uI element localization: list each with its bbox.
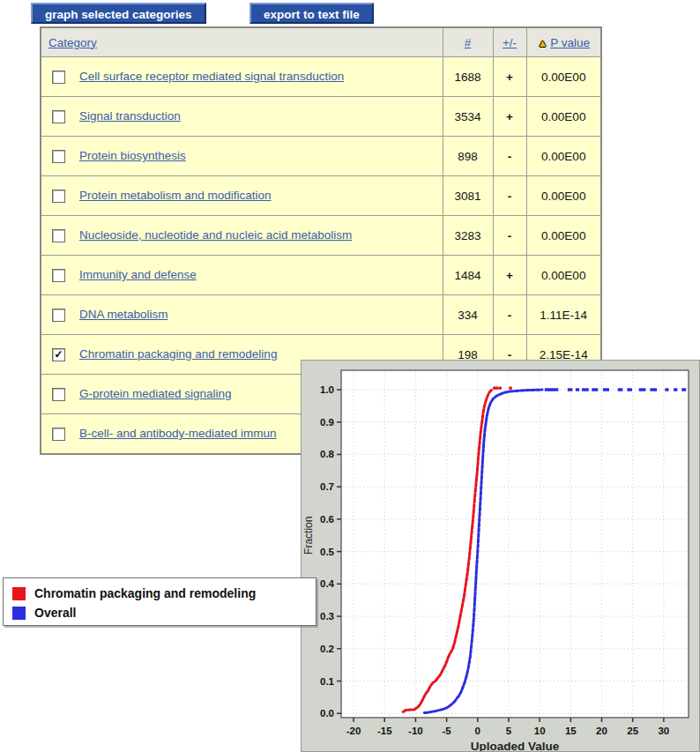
direction-cell: -: [493, 176, 526, 216]
svg-text:0.7: 0.7: [320, 481, 334, 492]
direction-cell: +: [493, 97, 526, 137]
sort-count-link[interactable]: #: [465, 36, 472, 49]
gene-count-cell: 334: [443, 295, 493, 335]
x-axis-title: Uploaded Value: [471, 740, 560, 751]
category-link[interactable]: DNA metabolism: [79, 308, 168, 321]
svg-text:0.3: 0.3: [320, 611, 334, 622]
row-checkbox[interactable]: [52, 269, 65, 282]
svg-text:-15: -15: [377, 726, 392, 736]
svg-text:-20: -20: [346, 726, 361, 736]
direction-cell: +: [493, 57, 526, 97]
svg-text:25: 25: [627, 726, 638, 736]
svg-text:0.4: 0.4: [320, 578, 335, 589]
row-checkbox[interactable]: [52, 309, 65, 322]
svg-text:0.6: 0.6: [320, 514, 334, 525]
graph-selected-categories-button[interactable]: graph selected categories: [31, 3, 206, 24]
table-row: DNA metabolism334-1.11E-14: [41, 295, 601, 335]
pvalue-cell: 0.00E00: [526, 137, 601, 176]
category-link[interactable]: G-protein mediated signaling: [79, 387, 232, 400]
legend-label: Overall: [34, 606, 76, 620]
direction-cell: -: [493, 137, 526, 176]
table-row: Cell surface receptor mediated signal tr…: [41, 57, 601, 97]
table-row: Protein biosynthesis898-0.00E00: [41, 137, 601, 176]
legend-item: Overall: [12, 603, 316, 622]
gene-count-cell: 3534: [443, 97, 493, 137]
table-row: Signal transduction3534+0.00E00: [41, 97, 601, 137]
category-link[interactable]: B-cell- and antibody-mediated immun: [79, 427, 277, 440]
gene-count-cell: 3081: [443, 176, 493, 216]
gene-count-cell: 898: [443, 137, 493, 176]
legend-label: Chromatin packaging and remodeling: [34, 586, 256, 600]
svg-text:0.5: 0.5: [320, 547, 335, 557]
cdf-chart-panel: 0.00.10.20.30.40.50.60.70.80.91.0-20-15-…: [301, 360, 700, 752]
table-header-row: Category # +/- ▲P value: [41, 27, 601, 57]
svg-text:-10: -10: [408, 726, 423, 736]
category-link[interactable]: Cell surface receptor mediated signal tr…: [79, 70, 344, 83]
row-checkbox-checked[interactable]: ✓: [52, 348, 65, 361]
row-checkbox[interactable]: [52, 71, 65, 84]
direction-cell: +: [493, 256, 526, 295]
table-row: Nucleoside, nucleotide and nucleic acid …: [41, 216, 601, 256]
table-row: Immunity and defense1484+0.00E00: [41, 256, 601, 295]
svg-text:15: 15: [565, 726, 577, 736]
svg-text:0.9: 0.9: [320, 417, 334, 428]
svg-text:20: 20: [596, 726, 607, 736]
gene-count-cell: 1688: [443, 57, 493, 97]
pvalue-cell: 0.00E00: [526, 97, 601, 137]
category-link[interactable]: Protein biosynthesis: [79, 149, 186, 162]
svg-text:-5: -5: [442, 726, 451, 736]
row-checkbox[interactable]: [52, 190, 65, 203]
category-link[interactable]: Chromatin packaging and remodeling: [79, 347, 277, 361]
svg-text:0.2: 0.2: [320, 644, 334, 654]
direction-cell: -: [493, 295, 526, 335]
pvalue-cell: 0.00E00: [526, 216, 601, 256]
row-checkbox[interactable]: [52, 110, 65, 123]
category-link[interactable]: Protein metabolism and modification: [79, 189, 272, 202]
category-link[interactable]: Immunity and defense: [79, 268, 197, 281]
sort-category-link[interactable]: Category: [48, 36, 97, 49]
sort-pvalue-link[interactable]: P value: [550, 36, 590, 49]
svg-text:0.1: 0.1: [320, 676, 335, 687]
row-checkbox[interactable]: [52, 388, 65, 401]
pvalue-cell: 1.11E-14: [526, 295, 601, 335]
svg-text:0.0: 0.0: [320, 708, 334, 718]
category-link[interactable]: Signal transduction: [79, 109, 181, 123]
chart-legend: Chromatin packaging and remodeling Overa…: [3, 577, 316, 626]
table-row: Protein metabolism and modification3081-…: [41, 176, 601, 216]
legend-item: Chromatin packaging and remodeling: [12, 584, 316, 603]
svg-text:0: 0: [475, 726, 480, 736]
pvalue-cell: 0.00E00: [526, 256, 601, 295]
cdf-chart: 0.00.10.20.30.40.50.60.70.80.91.0-20-15-…: [302, 361, 699, 751]
svg-text:5: 5: [506, 726, 512, 736]
pvalue-cell: 0.00E00: [526, 57, 601, 97]
svg-text:1.0: 1.0: [320, 384, 334, 395]
export-to-text-file-button[interactable]: export to text file: [249, 3, 374, 24]
red-series-swatch: [12, 587, 26, 600]
svg-text:30: 30: [658, 726, 669, 736]
svg-text:0.8: 0.8: [320, 449, 335, 459]
row-checkbox[interactable]: [52, 229, 65, 242]
blue-series-swatch: [12, 607, 26, 620]
page: graph selected categories export to text…: [0, 0, 700, 752]
pvalue-cell: 0.00E00: [526, 176, 601, 216]
gene-count-cell: 1484: [443, 256, 493, 295]
row-checkbox[interactable]: [52, 428, 65, 441]
svg-text:10: 10: [534, 726, 546, 736]
sort-direction-link[interactable]: +/-: [503, 36, 517, 49]
sort-triangle-icon: ▲: [537, 37, 547, 49]
direction-cell: -: [493, 216, 526, 256]
category-link[interactable]: Nucleoside, nucleotide and nucleic acid …: [79, 228, 352, 242]
row-checkbox[interactable]: [52, 150, 65, 163]
gene-count-cell: 3283: [443, 216, 493, 256]
y-axis-title: Fraction: [302, 517, 315, 555]
